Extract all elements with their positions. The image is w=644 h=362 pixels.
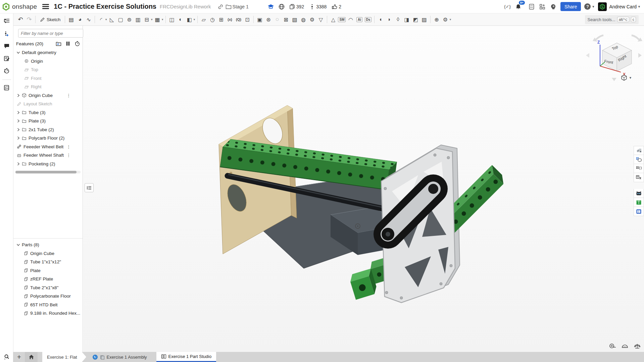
select-icon[interactable]: ▨ xyxy=(420,15,429,24)
help-caret-icon[interactable]: ▼ xyxy=(592,5,595,8)
transform-icon[interactable]: ⊞ xyxy=(217,15,226,24)
feature-row-default-geometry[interactable]: Default geometry xyxy=(13,48,83,57)
feature-row-polycarb-floor-2-[interactable]: Polycarb Floor (2) xyxy=(13,134,83,143)
comments-icon[interactable] xyxy=(2,41,12,51)
green-panel-icon[interactable] xyxy=(634,198,644,207)
avatar[interactable] xyxy=(598,2,607,11)
feature-row-tube-3-[interactable]: Tube (3) xyxy=(13,108,83,117)
feature-list-icon[interactable] xyxy=(2,16,12,26)
flatten-icon[interactable]: ◊ xyxy=(394,15,402,24)
expand-chevron-icon[interactable] xyxy=(16,136,21,140)
part-row-9-188-in-rounded-hex-[interactable]: 9.188 in. Rounded Hex... xyxy=(13,309,83,318)
notes-icon[interactable] xyxy=(2,53,12,63)
frame-icon[interactable]: ⊡ xyxy=(243,15,252,24)
extrude-icon[interactable]: ▤ xyxy=(67,15,76,24)
undo-icon[interactable]: ↶ xyxy=(16,15,25,24)
redo-icon[interactable]: ↷ xyxy=(25,15,34,24)
blue-panel-icon[interactable] xyxy=(634,207,644,216)
rollback-handle[interactable]: ⋮ xyxy=(66,144,71,149)
tab-exercise-1-assembly[interactable]: ↻Exercise 1 Assembly xyxy=(88,352,152,362)
drawing-icon[interactable]: Ds xyxy=(364,15,373,24)
snap-mode-icon[interactable]: ⊕ xyxy=(432,15,441,24)
rollback-handle[interactable]: ⋮ xyxy=(66,153,71,158)
goblet-icon[interactable]: ▽ xyxy=(316,15,325,24)
gear-icon[interactable]: ⚙ xyxy=(308,15,316,24)
revolve-icon[interactable]: ◕ xyxy=(76,15,84,24)
suppress-pause-icon[interactable] xyxy=(66,41,70,46)
search-tools[interactable]: Search tools... alt/⌥ c xyxy=(585,15,639,24)
new-folder-icon[interactable] xyxy=(56,41,61,46)
plane-icon[interactable]: ▱ xyxy=(199,15,208,24)
feature-row-right[interactable]: Right xyxy=(13,83,83,91)
sweep-icon[interactable]: ∿ xyxy=(84,15,93,24)
expand-chevron-icon[interactable] xyxy=(16,110,21,115)
hem-icon[interactable]: ◩ xyxy=(411,15,420,24)
expand-chevron-icon[interactable] xyxy=(16,119,21,123)
main-menu-icon[interactable] xyxy=(42,4,49,9)
link-icon[interactable] xyxy=(216,3,225,11)
pattern-icon[interactable]: ▦ xyxy=(153,15,162,24)
view-options-button[interactable]: ▼ xyxy=(621,74,632,81)
pattern-icon-chevron[interactable]: ▼ xyxy=(161,18,164,21)
features-flyout-button[interactable] xyxy=(85,183,94,192)
part-row-65t-htd-belt[interactable]: 65T HTD Belt xyxy=(13,301,83,309)
beaker-icon[interactable]: △ xyxy=(329,15,338,24)
apps-icon[interactable] xyxy=(538,3,546,11)
thumbs-up-icon[interactable] xyxy=(331,3,339,11)
sheet-metal-icon[interactable]: SM xyxy=(338,15,346,24)
helix-icon[interactable]: ◷ xyxy=(208,15,217,24)
custom-library-icon[interactable] xyxy=(634,189,644,198)
part-row-zref-plate[interactable]: zREF Plate xyxy=(13,275,83,283)
tab-feature-icon[interactable]: ◨ xyxy=(402,15,411,24)
preview-zoom-icon[interactable] xyxy=(0,352,13,362)
features-hscrollbar[interactable] xyxy=(15,171,81,173)
belt-feature-icon[interactable]: ◌ xyxy=(273,15,282,24)
tab-exercise-1-flat[interactable]: Exercise 1: Flat xyxy=(42,352,82,362)
part-row-polycarbonate-floor[interactable]: Polycarbonate Floor xyxy=(13,292,83,301)
flange-icon[interactable]: ◠ xyxy=(346,15,355,24)
part-row-tube-2-x1-x8-[interactable]: Tube 2"x1"x8" xyxy=(13,283,83,292)
mirror-icon[interactable]: ◫ xyxy=(167,15,176,24)
fillet-icon-chevron[interactable]: ▼ xyxy=(105,18,107,21)
onshape-logo[interactable]: onshape xyxy=(2,3,37,11)
config-inputs-icon[interactable] xyxy=(634,164,644,173)
rollback-handle[interactable]: ⋮ xyxy=(66,93,71,98)
bend-icon[interactable]: ◖ xyxy=(376,15,385,24)
rib-icon[interactable]: ▥ xyxy=(134,15,142,24)
appearance-panel-icon[interactable] xyxy=(634,146,644,155)
boolean-icon[interactable]: ◐ xyxy=(176,15,185,24)
variable-studio-icon[interactable]: (Q) xyxy=(234,15,243,24)
tab-exercise-1-part-studio[interactable]: Exercise 1 Part Studio xyxy=(156,352,216,362)
rollback-timer-icon[interactable] xyxy=(75,41,80,46)
custom-feature-icon[interactable]: ⊛ xyxy=(264,15,273,24)
insert-assembly-icon[interactable]: ⚙ xyxy=(441,15,450,24)
fillet-icon[interactable]: ◜ xyxy=(97,15,105,24)
primitive-icon[interactable]: ▣ xyxy=(255,15,264,24)
history-icon[interactable] xyxy=(2,66,12,76)
home-tab-button[interactable] xyxy=(25,352,38,362)
feature-row-layout-sketch[interactable]: Layout Sketch xyxy=(13,100,83,108)
tube-feature-icon[interactable]: ◍ xyxy=(299,15,308,24)
expand-chevron-icon[interactable] xyxy=(16,93,21,98)
configurations-icon[interactable] xyxy=(2,29,12,39)
shell-icon[interactable]: ▢ xyxy=(116,15,125,24)
ai-icon[interactable]: Ai xyxy=(355,15,364,24)
split-icon-chevron[interactable]: ▼ xyxy=(193,18,196,21)
notifications-bell-icon[interactable]: 9+ xyxy=(514,3,522,11)
view-cube[interactable]: Top Front Right Z X xyxy=(584,34,644,84)
share-button[interactable]: Share xyxy=(560,2,581,11)
feature-row-feeder-wheel-shaft[interactable]: Feeder Wheel Shaft⋮ xyxy=(13,151,83,160)
feature-row-plate-3-[interactable]: Plate (3) xyxy=(13,117,83,125)
filter-input[interactable] xyxy=(18,29,83,38)
expand-chevron-icon[interactable] xyxy=(16,162,21,166)
followers-icon[interactable] xyxy=(308,3,316,11)
material-icon[interactable]: ▧ xyxy=(290,15,299,24)
version-check-icon[interactable]: {✓} xyxy=(503,3,511,11)
feature-row-pocketing-2-[interactable]: Pocketing (2) xyxy=(13,160,83,168)
tasks-icon[interactable] xyxy=(528,3,536,11)
thicken-icon[interactable]: ⊟ xyxy=(142,15,151,24)
model-3d-view[interactable] xyxy=(83,26,644,352)
copies-icon[interactable] xyxy=(288,3,296,11)
corner-icon[interactable]: ◗ xyxy=(385,15,394,24)
hole-icon[interactable]: ⊚ xyxy=(125,15,134,24)
